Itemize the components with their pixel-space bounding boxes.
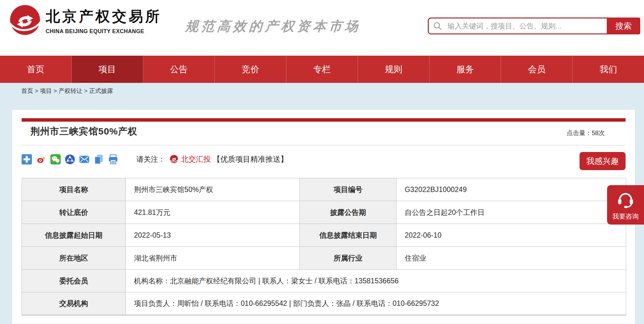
table-row: 信息披露起始日期 2022-05-13 信息披露结束日期 2022-06-10: [22, 224, 626, 247]
breadcrumb[interactable]: 首页 > 项目 > 产权转让 > 正式披露: [21, 83, 113, 99]
field-value: 荆州市三峡宾馆50%产权: [126, 178, 300, 201]
headset-icon: [615, 188, 636, 209]
field-label: 交易机构: [22, 292, 126, 315]
card-accent-bar: [22, 118, 626, 122]
nav-item-columns[interactable]: 专栏: [286, 56, 358, 83]
view-count-label: 点击量：: [567, 129, 592, 136]
nav-item-bidding[interactable]: 竞价: [215, 56, 286, 83]
field-value: 住宿业: [396, 247, 626, 270]
bjhuitou-logo-icon[interactable]: [170, 155, 178, 164]
table-row: 委托会员 机构名称：北京融能产权经纪有限公司 | 联系人：梁女士 / 联系电话：…: [22, 270, 626, 292]
field-label: 委托会员: [22, 270, 126, 292]
nav-item-rules[interactable]: 规则: [358, 56, 430, 83]
consult-label: 我要咨询: [609, 212, 642, 221]
search-button[interactable]: 搜索: [607, 18, 640, 34]
search-icon: [433, 22, 442, 30]
site-subtitle: CHINA BEIJING EQUITY EXCHANGE: [46, 28, 162, 35]
title-divider: [22, 145, 626, 145]
field-label: 所属行业: [300, 247, 396, 270]
site-header: 北京产权交易所 CHINA BEIJING EQUITY EXCHANGE 规范…: [0, 0, 644, 56]
nav-item-projects[interactable]: 项目: [72, 56, 143, 83]
share-weibo-icon[interactable]: [36, 154, 46, 165]
search-bar: 搜索: [428, 18, 640, 34]
field-label: 披露公告期: [300, 201, 396, 224]
site-title: 北京产权交易所: [46, 7, 162, 26]
field-label: 信息披露结束日期: [300, 224, 396, 247]
share-more-icon[interactable]: [22, 154, 32, 165]
field-value: 机构名称：北京融能产权经纪有限公司 | 联系人：梁女士 / 联系电话：13581…: [126, 270, 626, 292]
field-label: 项目名称: [22, 178, 126, 201]
table-row: 所在地区 湖北省荆州市 所属行业 住宿业: [22, 247, 626, 270]
field-value: 湖北省荆州市: [126, 247, 300, 270]
field-value: 2022-05-13: [126, 224, 300, 247]
share-row: 请关注： 北交汇投 【优质项目精准推送】: [22, 151, 288, 167]
nav-item-services[interactable]: 服务: [430, 56, 501, 83]
view-count: 点击量：58次: [567, 129, 605, 137]
field-label: 所在地区: [22, 247, 126, 270]
project-detail-card: 荆州市三峡宾馆50%产权 点击量：58次: [12, 109, 635, 324]
site-slogan: 规范高效的产权资本市场: [185, 18, 361, 35]
table-row: 转让底价 421.81万元 披露公告期 自公告之日起20个工作日: [22, 201, 626, 224]
project-title: 荆州市三峡宾馆50%产权: [30, 125, 137, 138]
project-info-table: 项目名称 荆州市三峡宾馆50%产权 项目编号 G32022BJ1000249 转…: [22, 178, 626, 316]
view-count-value: 58次: [592, 129, 605, 136]
follow-brand-link[interactable]: 北交汇投: [181, 154, 211, 164]
follow-prefix: 请关注：: [136, 154, 165, 164]
interested-button[interactable]: 我感兴趣: [580, 152, 626, 170]
field-label: 项目编号: [300, 178, 396, 201]
follow-suffix: 【优质项目精准推送】: [213, 154, 288, 164]
nav-item-announcements[interactable]: 公告: [143, 56, 215, 83]
nav-item-about[interactable]: 我们: [573, 56, 644, 83]
nav-item-home[interactable]: 首页: [0, 56, 72, 83]
consult-widget[interactable]: 我要咨询: [607, 185, 644, 225]
field-label: 信息披露起始日期: [22, 224, 126, 247]
field-value: G32022BJ1000249: [396, 178, 626, 201]
share-copy-icon[interactable]: [94, 154, 104, 165]
main-nav: 首页 项目 公告 竞价 专栏 规则 服务 会员 我们: [0, 56, 644, 83]
nav-item-members[interactable]: 会员: [501, 56, 573, 83]
field-value: 2022-06-10: [396, 224, 626, 247]
share-email-icon[interactable]: [79, 154, 89, 165]
share-print-icon[interactable]: [108, 154, 118, 165]
table-row: 项目名称 荆州市三峡宾馆50%产权 项目编号 G32022BJ1000249: [22, 178, 626, 201]
share-wechat-icon[interactable]: [50, 154, 61, 165]
field-value: 项目负责人：周昕怡 / 联系电话：010-66295542 | 部门负责人：张晶…: [126, 292, 626, 315]
field-value: 自公告之日起20个工作日: [396, 201, 626, 224]
cbex-logo-icon: [9, 4, 41, 37]
search-input[interactable]: [428, 18, 607, 34]
field-label: 转让底价: [22, 201, 126, 224]
share-people-icon[interactable]: [65, 154, 75, 165]
site-logo[interactable]: 北京产权交易所 CHINA BEIJING EQUITY EXCHANGE: [9, 4, 162, 37]
table-row: 交易机构 项目负责人：周昕怡 / 联系电话：010-66295542 | 部门负…: [22, 292, 626, 315]
follow-banner: 请关注： 北交汇投 【优质项目精准推送】: [136, 154, 288, 164]
field-value: 421.81万元: [126, 201, 300, 224]
